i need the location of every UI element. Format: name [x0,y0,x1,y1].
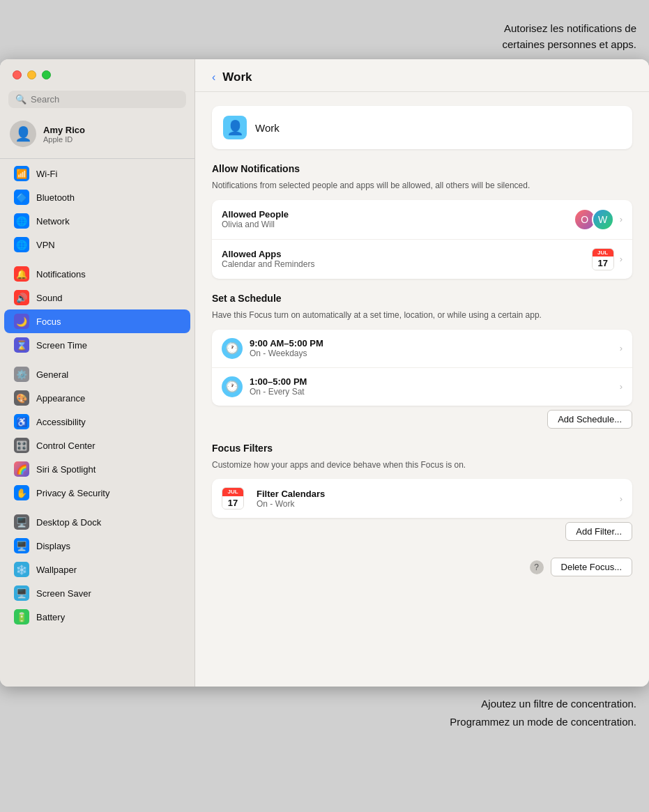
sidebar-item-accessibility[interactable]: ♿ Accessibility [4,410,190,434]
back-button[interactable]: ‹ [212,71,215,84]
sidebar-item-label: General [36,369,68,380]
filter-calendar-icon: JUL 17 [222,487,244,510]
schedule-subtitle: Have this Focus turn on automatically at… [212,309,632,321]
sidebar-item-label: Desktop & Dock [36,517,101,528]
privacy-icon: ✋ [14,485,29,500]
sidebar-item-label: Siri & Spotlight [36,464,96,475]
sidebar-item-notifications[interactable]: 🔔 Notifications [4,262,190,286]
sidebar-item-label: Bluetooth [36,192,75,203]
sidebar-item-network[interactable]: 🌐 Network [4,209,190,233]
schedule-row-2[interactable]: 🕐 1:00–5:00 PM On - Every Sat › [212,368,632,406]
add-filter-button[interactable]: Add Filter... [565,522,632,541]
sidebar-item-displays[interactable]: 🖥️ Displays [4,534,190,558]
user-subtitle: Apple ID [43,135,85,144]
sidebar-item-label: Battery [36,612,65,622]
sidebar-separator [0,158,194,159]
search-icon: 🔍 [15,94,26,105]
sidebar-item-wifi[interactable]: 📶 Wi‑Fi [4,162,190,185]
sidebar-item-label: Focus [36,316,61,327]
allow-notifications-subtitle: Notifications from selected people and a… [212,180,632,192]
user-name: Amy Rico [43,125,85,135]
chevron-right-icon: › [620,343,623,353]
fullscreen-button[interactable] [42,70,51,79]
bluetooth-icon: 🔷 [14,190,29,205]
filter-calendars-subtitle: On - Work [257,499,613,509]
allowed-people-row[interactable]: Allowed People Olivia and Will O W › [212,200,632,240]
sidebar-item-appearance[interactable]: 🎨 Appearance [4,386,190,410]
general-icon: ⚙️ [14,367,29,382]
add-schedule-button[interactable]: Add Schedule... [547,410,632,429]
help-button[interactable]: ? [530,560,544,574]
sidebar-item-control-center[interactable]: 🎛️ Control Center [4,434,190,457]
sidebar-item-siri-spotlight[interactable]: 🌈 Siri & Spotlight [4,457,190,481]
allowed-apps-title: Allowed Apps [222,249,585,259]
sidebar-item-bluetooth[interactable]: 🔷 Bluetooth [4,185,190,209]
sidebar-item-sound[interactable]: 🔊 Sound [4,286,190,309]
annotation-top: Autorisez les notifications de certaines… [0,14,649,59]
chevron-right-icon: › [620,381,623,392]
work-label: Work [255,122,280,134]
sidebar-item-label: Control Center [36,441,96,451]
focus-filters-section: Focus Filters Customize how your apps an… [212,443,632,542]
sidebar-item-label: Sound [36,293,63,303]
schedule-items-group: 🕐 9:00 AM–5:00 PM On - Weekdays › 🕐 1:00… [212,330,632,406]
wallpaper-icon: ❄️ [14,562,29,577]
sidebar-item-battery[interactable]: 🔋 Battery [4,605,190,629]
desktop-dock-icon: 🖥️ [14,514,29,530]
accessibility-icon: ♿ [14,414,29,429]
delete-focus-button[interactable]: Delete Focus... [551,558,632,576]
sidebar-item-label: VPN [36,240,55,250]
control-center-icon: 🎛️ [14,438,29,453]
displays-icon: 🖥️ [14,538,29,553]
chevron-right-icon: › [620,214,623,224]
allowed-apps-row[interactable]: Allowed Apps Calendar and Reminders JUL … [212,240,632,279]
minimize-button[interactable] [27,70,36,79]
app-window: 🔍 👤 Amy Rico Apple ID 📶 Wi‑Fi 🔷 Bluetoot… [0,59,649,687]
sidebar-item-focus[interactable]: 🌙 Focus [4,309,190,333]
battery-icon: 🔋 [14,609,29,625]
user-profile[interactable]: 👤 Amy Rico Apple ID [0,115,194,153]
sidebar-item-wallpaper[interactable]: ❄️ Wallpaper [4,558,190,581]
sidebar-item-label: Wallpaper [36,565,77,575]
allow-notifications-title: Allow Notifications [212,163,632,174]
screen-time-icon: ⌛ [14,337,29,353]
avatar: 👤 [10,121,36,147]
schedule-row-1[interactable]: 🕐 9:00 AM–5:00 PM On - Weekdays › [212,330,632,368]
sidebar-item-desktop-dock[interactable]: 🖥️ Desktop & Dock [4,510,190,534]
main-body: 👤 Work Allow Notifications Notifications… [195,92,649,590]
sound-icon: 🔊 [14,290,29,305]
vpn-icon: 🌐 [14,237,29,252]
notifications-icon: 🔔 [14,266,29,282]
sidebar-item-label: Screen Time [36,340,87,351]
sidebar-item-label: Accessibility [36,417,86,427]
main-header: ‹ Work [195,59,649,92]
main-content: ‹ Work 👤 Work Allow Notifications Notifi… [195,59,649,687]
schedule2-subtitle: On - Every Sat [250,387,613,397]
sidebar-item-label: Screen Saver [36,588,91,599]
close-button[interactable] [13,70,22,79]
sidebar-item-label: Network [36,216,70,227]
sidebar-item-privacy-security[interactable]: ✋ Privacy & Security [4,481,190,505]
sidebar-item-label: Wi‑Fi [36,169,57,179]
allowed-people-subtitle: Olivia and Will [222,220,567,229]
siri-icon: 🌈 [14,461,29,477]
filter-calendars-title: Filter Calendars [257,489,613,499]
schedule-section: Set a Schedule Have this Focus turn on a… [212,293,632,429]
search-input[interactable] [31,94,179,105]
sidebar-item-general[interactable]: ⚙️ General [4,362,190,386]
schedule-clock-icon-2: 🕐 [222,376,243,397]
filter-items-group: JUL 17 Filter Calendars On - Work › [212,479,632,518]
focus-filters-title: Focus Filters [212,443,632,454]
screen-saver-icon: 🖥️ [14,585,29,601]
calendar-apps-icon: JUL 17 [592,248,614,270]
sidebar-item-screen-time[interactable]: ⌛ Screen Time [4,333,190,357]
wifi-icon: 📶 [14,166,29,181]
sidebar-items-list: 📶 Wi‑Fi 🔷 Bluetooth 🌐 Network 🌐 VPN 🔔 No… [0,162,194,687]
sidebar-item-label: Appearance [36,393,85,404]
work-header-card[interactable]: 👤 Work [212,106,632,149]
sidebar-item-vpn[interactable]: 🌐 VPN [4,233,190,256]
filter-calendars-row[interactable]: JUL 17 Filter Calendars On - Work › [212,479,632,518]
traffic-lights [0,59,194,86]
sidebar-item-screen-saver[interactable]: 🖥️ Screen Saver [4,581,190,605]
schedule1-title: 9:00 AM–5:00 PM [250,338,613,348]
